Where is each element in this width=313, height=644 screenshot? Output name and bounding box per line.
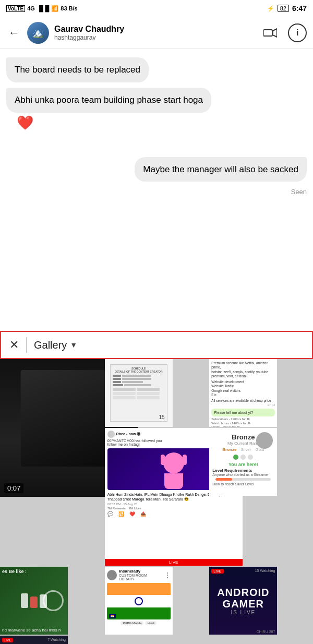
gallery-dropdown-arrow: ▼ [70, 341, 77, 349]
gallery-label: Gallery [34, 339, 67, 351]
live-badge: LIVE [211, 569, 223, 574]
india-app-name: insanelady [119, 569, 162, 574]
battery-indicator: 82 [278, 5, 289, 12]
network-label: 4G [27, 5, 35, 11]
media-grid: 0:07 SCHEDULEDETAILS OF THE CONTENT CREA… [0, 359, 313, 644]
volte-label: VoLTE [6, 5, 25, 12]
video-duration: 0:07 [4, 483, 23, 493]
header-action-icons: i [261, 23, 307, 42]
media-cell-india[interactable]: insanelady CUSTOM ROOM LIBRARY ⋮ 🇮🇳 PUBG… [105, 567, 173, 635]
avatar[interactable]: 🏔️ [27, 22, 49, 44]
gallery-bar: ✕ Gallery ▼ [0, 331, 313, 359]
pubg-watching: 7 Watching [47, 638, 66, 641]
message-bubble: The board needs to be replaced [6, 57, 149, 82]
services-text: Premium account like Netflix, amazon pri… [211, 361, 275, 379]
soccer-text: es Be like : [2, 569, 27, 574]
seen-label: Seen [291, 188, 307, 196]
heart-icon: ❤️ [17, 115, 33, 130]
contact-info: Gaurav Chaudhry hashtaggaurav [54, 25, 256, 41]
svg-marker-1 [273, 29, 277, 37]
android-gamer-subtitle: IS LIVE [231, 610, 256, 615]
tweet-time: 08:52 PM · 15 Aug 20 [107, 503, 240, 506]
media-cell-services[interactable]: Premium account like Netflix, amazon pri… [209, 359, 277, 427]
svg-rect-0 [263, 30, 272, 36]
heart-reaction[interactable]: ❤️ [17, 115, 33, 131]
status-bar: VoLTE 4G ▐▌█ 📶 83 B/s ⚡ 82 6:47 [0, 0, 313, 17]
gallery-selector[interactable]: Gallery ▼ [34, 339, 77, 351]
status-right: ⚡ 82 6:47 [267, 4, 307, 13]
chiru-label: CHIRU 287 [257, 630, 275, 634]
media-cell-document[interactable]: SCHEDULEDETAILS OF THE CONTENT CREATOR [105, 359, 173, 427]
level-req-text: Anyone who started as a Streamer [212, 473, 269, 476]
media-cell-bronze[interactable]: Bronze My Current Rank Bronze Silver Gol… [209, 428, 277, 496]
media-cell-pubg-giveaway[interactable]: LIVE 7 Watching UC GIVEAWAY SameltyYT FR… [0, 636, 68, 644]
services-sub-lines: Subscribers - 1900 rs for 1k Watch hours… [211, 418, 275, 427]
video-call-button[interactable] [261, 23, 280, 42]
tweet-stats: 7M Retweets 7M Likes [107, 507, 240, 510]
tweet-actions: 💬 🔁 ❤️ 📤 [107, 511, 240, 517]
india-lib-name: CUSTOM ROOM LIBRARY [119, 574, 162, 581]
speed-label: 83 B/s [61, 5, 77, 11]
avatar-image: 🏔️ [32, 27, 44, 39]
chat-area: The board needs to be replaced Abhi unka… [0, 49, 313, 331]
media-cell-soccer[interactable]: es Be like : nd marwane se acha hai miss… [0, 567, 68, 635]
bronze-subtitle: My Current Rank [227, 441, 259, 446]
soccer-circle [43, 590, 64, 611]
message-bubble: Abhi unka poora team building phase star… [6, 88, 211, 113]
level-req-title: Level Requirements [212, 468, 252, 473]
bluetooth-icon: ⚡ [267, 5, 274, 12]
watching-count: 15 Watching [255, 569, 275, 573]
wifi-icon: 📶 [51, 5, 58, 12]
gallery-close-button[interactable]: ✕ [9, 338, 19, 352]
time-label: 6:47 [292, 4, 307, 13]
pubg-live-badge: LIVE [2, 638, 13, 642]
silver-label: How to reach Silver Level [212, 482, 254, 486]
signal-bars: ▐▌█ [37, 5, 49, 11]
back-button[interactable]: ← [6, 24, 22, 42]
you-are-here: You are here! [228, 462, 258, 467]
contact-name: Gaurav Chaudhry [54, 25, 256, 34]
contact-handle: hashtaggaurav [54, 34, 256, 41]
live-badge: LIVE [105, 559, 243, 566]
message-text: Abhi unka poora team building phase star… [15, 95, 203, 105]
info-button[interactable]: i [288, 23, 307, 42]
message-text: Maybe the manager will also be sacked [143, 164, 298, 174]
status-left: VoLTE 4G ▐▌█ 📶 83 B/s [6, 5, 78, 12]
bronze-title: Bronze [232, 433, 255, 441]
media-cell-android-gamer[interactable]: LIVE 15 Watching ANDROIDGAMER IS LIVE CH… [209, 567, 277, 635]
services-green-bubble: Please tell me about yt? [211, 409, 275, 416]
chat-header: ← 🏔️ Gaurav Chaudhry hashtaggaurav i [0, 17, 313, 49]
message-text: The board needs to be replaced [15, 65, 140, 75]
android-gamer-title: ANDROIDGAMER [217, 587, 269, 610]
gallery-divider [26, 337, 27, 353]
message-bubble: Maybe the manager will also be sacked [135, 157, 307, 182]
doc-number: 15 [159, 414, 164, 420]
